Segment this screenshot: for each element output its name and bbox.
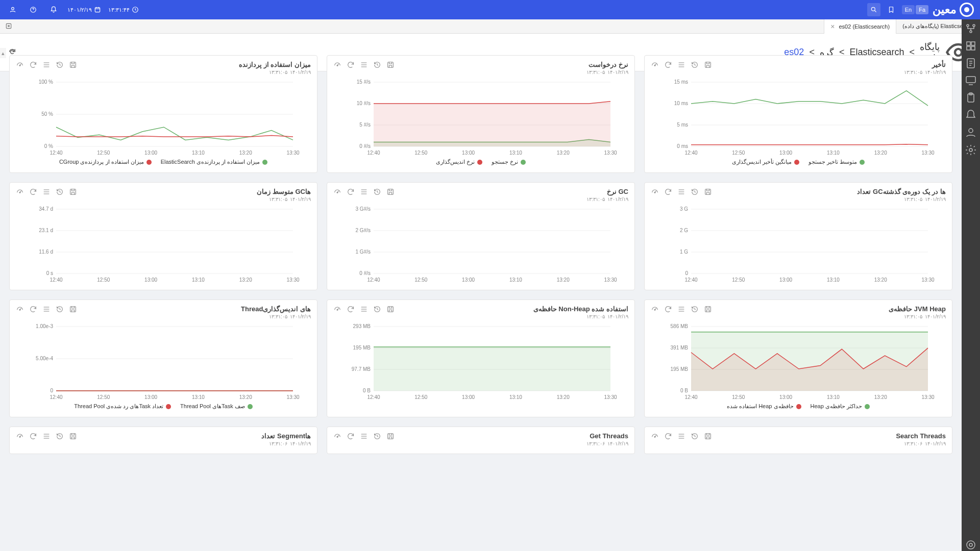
- card-save-icon[interactable]: [69, 432, 77, 440]
- lang-fa[interactable]: Fa: [916, 5, 928, 14]
- card-refresh-icon[interactable]: [347, 432, 355, 440]
- card-speed-icon[interactable]: [333, 188, 341, 196]
- card-speed-icon[interactable]: [651, 432, 659, 440]
- card-menu-icon[interactable]: [42, 188, 51, 196]
- tab-es02[interactable]: es02 (Elasticsearch) ×: [824, 19, 896, 34]
- card-refresh-icon[interactable]: [29, 432, 37, 440]
- card-refresh-icon[interactable]: [29, 188, 37, 196]
- svg-text:100 %: 100 %: [39, 79, 53, 85]
- card-tools: [16, 188, 77, 196]
- svg-text:12:50: 12:50: [97, 277, 110, 283]
- sidebar-user-icon[interactable]: [965, 127, 977, 139]
- card-save-icon[interactable]: [704, 305, 712, 313]
- card-refresh-icon[interactable]: [347, 188, 355, 196]
- card-speed-icon[interactable]: [333, 61, 341, 69]
- card-refresh-icon[interactable]: [29, 61, 37, 69]
- card-refresh-icon[interactable]: [29, 305, 37, 313]
- card-title: حافظه‌ی Non-Heap استفاده شده: [533, 305, 628, 313]
- card-timestamp: ۱۳:۳۱:۰۶ ۱۴۰۱/۲/۱۹: [261, 441, 311, 446]
- sidebar-clipboard-icon[interactable]: [965, 92, 977, 104]
- card-save-icon[interactable]: [69, 188, 77, 196]
- card-menu-icon[interactable]: [677, 305, 685, 313]
- card-speed-icon[interactable]: [16, 61, 24, 69]
- svg-text:12:40: 12:40: [50, 150, 62, 156]
- sidebar-home-icon[interactable]: [965, 22, 977, 35]
- sidebar-monitor-icon[interactable]: [965, 74, 977, 87]
- sidebar-structure-icon[interactable]: [965, 40, 977, 52]
- card-history-icon[interactable]: [373, 188, 381, 196]
- card-menu-icon[interactable]: [360, 188, 368, 196]
- legend-item: میانگین تأخیر اندیس‌گذاری: [732, 159, 799, 165]
- card-history-icon[interactable]: [691, 305, 699, 313]
- svg-text:5.00e-4: 5.00e-4: [36, 356, 53, 361]
- card-speed-icon[interactable]: [333, 432, 341, 440]
- card-save-icon[interactable]: [69, 61, 77, 69]
- card-speed-icon[interactable]: [651, 305, 659, 313]
- card-menu-icon[interactable]: [677, 61, 685, 69]
- card-history-icon[interactable]: [691, 432, 699, 440]
- legend-dot: [796, 404, 801, 409]
- lang-en[interactable]: En: [902, 5, 915, 14]
- card-refresh-icon[interactable]: [347, 305, 355, 313]
- card-speed-icon[interactable]: [16, 305, 24, 313]
- card-history-icon[interactable]: [691, 188, 699, 196]
- card-speed-icon[interactable]: [16, 432, 24, 440]
- card-history-icon[interactable]: [56, 432, 64, 440]
- card-save-icon[interactable]: [69, 305, 77, 313]
- sidebar-bell-icon[interactable]: [965, 109, 977, 121]
- user-icon[interactable]: [6, 3, 19, 16]
- card-tools: [333, 61, 395, 69]
- card-refresh-icon[interactable]: [664, 188, 672, 196]
- card-menu-icon[interactable]: [42, 305, 51, 313]
- sidebar-doc-icon[interactable]: [965, 57, 977, 69]
- card-refresh-icon[interactable]: [347, 61, 355, 69]
- legend-dot: [521, 160, 526, 165]
- card-refresh-icon[interactable]: [664, 432, 672, 440]
- card-save-icon[interactable]: [386, 188, 395, 196]
- card-menu-icon[interactable]: [360, 432, 368, 440]
- card-save-icon[interactable]: [386, 432, 395, 440]
- card-save-icon[interactable]: [386, 305, 395, 313]
- svg-text:13:30: 13:30: [921, 277, 934, 283]
- card-menu-icon[interactable]: [677, 432, 685, 440]
- card-menu-icon[interactable]: [360, 61, 368, 69]
- card-speed-icon[interactable]: [651, 61, 659, 69]
- card-history-icon[interactable]: [56, 61, 64, 69]
- svg-rect-133: [388, 307, 394, 312]
- bookmark-icon[interactable]: [885, 3, 898, 16]
- card-history-icon[interactable]: [373, 432, 381, 440]
- card-save-icon[interactable]: [704, 61, 712, 69]
- svg-text:10 #/s: 10 #/s: [357, 101, 371, 106]
- close-all-tabs-icon[interactable]: [0, 22, 17, 31]
- card-tools: [333, 432, 395, 440]
- svg-text:15 ms: 15 ms: [674, 79, 688, 85]
- card-menu-icon[interactable]: [42, 61, 51, 69]
- card-save-icon[interactable]: [704, 188, 712, 196]
- sidebar-bottom-icon[interactable]: [965, 539, 977, 551]
- card-history-icon[interactable]: [56, 305, 64, 313]
- card-history-icon[interactable]: [373, 61, 381, 69]
- help-icon[interactable]: [27, 3, 40, 16]
- svg-text:2 G#/s: 2 G#/s: [356, 228, 371, 233]
- card-speed-icon[interactable]: [16, 188, 24, 196]
- card-refresh-icon[interactable]: [664, 305, 672, 313]
- sidebar-gear-icon[interactable]: [965, 144, 977, 156]
- card-history-icon[interactable]: [691, 61, 699, 69]
- bell-icon[interactable]: [47, 3, 60, 16]
- card-menu-icon[interactable]: [360, 305, 368, 313]
- card-refresh-icon[interactable]: [664, 61, 672, 69]
- svg-text:0 s: 0 s: [46, 270, 53, 276]
- card-history-icon[interactable]: [373, 305, 381, 313]
- card-save-icon[interactable]: [704, 432, 712, 440]
- card-menu-icon[interactable]: [42, 432, 51, 440]
- card-history-icon[interactable]: [56, 188, 64, 196]
- card-speed-icon[interactable]: [333, 305, 341, 313]
- card-speed-icon[interactable]: [651, 188, 659, 196]
- svg-text:391 MB: 391 MB: [671, 345, 689, 350]
- legend-item: تعداد Taskهای رد شده‌ی Thread Pool: [74, 403, 171, 410]
- search-icon[interactable]: [867, 3, 880, 16]
- close-icon[interactable]: ×: [830, 22, 835, 31]
- card-menu-icon[interactable]: [677, 188, 685, 196]
- card-save-icon[interactable]: [386, 61, 395, 69]
- svg-text:12:50: 12:50: [414, 277, 427, 283]
